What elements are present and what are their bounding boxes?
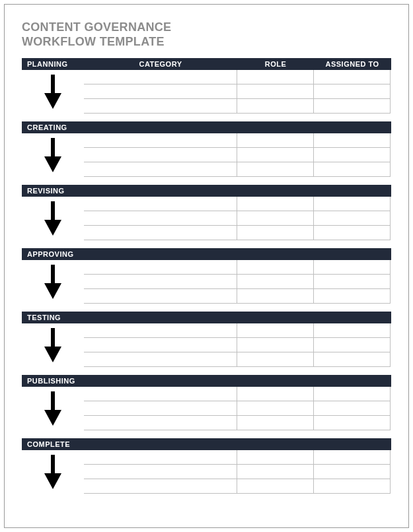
cell-category[interactable] (84, 226, 237, 240)
cell-assigned-to[interactable] (314, 133, 391, 148)
table-row (84, 338, 391, 352)
table-row (84, 289, 391, 304)
cell-assigned-to[interactable] (314, 323, 391, 338)
cell-role[interactable] (237, 289, 314, 304)
cell-role[interactable] (237, 99, 314, 114)
cell-assigned-to[interactable] (314, 211, 391, 226)
cell-category[interactable] (84, 401, 237, 416)
cell-category[interactable] (84, 133, 237, 148)
cell-assigned-to[interactable] (314, 162, 391, 177)
section-header: PUBLISHING (22, 375, 391, 387)
table-row (84, 162, 391, 177)
cell-category[interactable] (84, 387, 237, 401)
cell-category[interactable] (84, 416, 237, 430)
cell-role[interactable] (237, 416, 314, 430)
cell-assigned-to[interactable] (314, 226, 391, 240)
stage-label: TESTING (22, 312, 84, 323)
cell-assigned-to[interactable] (314, 465, 391, 479)
workflow-table: PLANNING CATEGORY ROLE ASSIGNED TO (22, 58, 391, 494)
cell-role[interactable] (237, 162, 314, 177)
cell-assigned-to[interactable] (314, 99, 391, 114)
cell-assigned-to[interactable] (314, 148, 391, 162)
table-row (84, 401, 391, 416)
section-header: COMPLETE (22, 438, 391, 450)
cell-category[interactable] (84, 84, 237, 99)
cell-category[interactable] (84, 197, 237, 211)
stage-label: REVISING (22, 185, 84, 197)
arrow-down-icon (22, 197, 84, 240)
cell-category[interactable] (84, 465, 237, 479)
cell-assigned-to[interactable] (314, 338, 391, 352)
cell-role[interactable] (237, 70, 314, 84)
cell-assigned-to[interactable] (314, 260, 391, 275)
cell-category[interactable] (84, 323, 237, 338)
cell-category[interactable] (84, 99, 237, 114)
page-title-line2: WORKFLOW TEMPLATE (22, 35, 391, 50)
cell-role[interactable] (237, 465, 314, 479)
table-row (84, 275, 391, 289)
cell-assigned-to[interactable] (314, 479, 391, 494)
table-row (84, 211, 391, 226)
table-row (84, 148, 391, 162)
cell-assigned-to[interactable] (314, 289, 391, 304)
stage-label: PUBLISHING (22, 375, 84, 387)
cell-category[interactable] (84, 162, 237, 177)
cell-assigned-to[interactable] (314, 416, 391, 430)
cell-category[interactable] (84, 148, 237, 162)
section-creating: CREATING (22, 121, 391, 177)
cell-role[interactable] (237, 226, 314, 240)
section-complete: COMPLETE (22, 438, 391, 494)
cell-assigned-to[interactable] (314, 387, 391, 401)
table-row (84, 352, 391, 367)
cell-category[interactable] (84, 289, 237, 304)
section-approving: APPROVING (22, 248, 391, 304)
section-publishing: PUBLISHING (22, 375, 391, 430)
cell-role[interactable] (237, 211, 314, 226)
section-planning: PLANNING CATEGORY ROLE ASSIGNED TO (22, 58, 391, 114)
cell-category[interactable] (84, 211, 237, 226)
table-row (84, 260, 391, 275)
cell-category[interactable] (84, 479, 237, 494)
cell-assigned-to[interactable] (314, 352, 391, 367)
table-row (84, 226, 391, 240)
cell-role[interactable] (237, 148, 314, 162)
table-row (84, 465, 391, 479)
cell-role[interactable] (237, 401, 314, 416)
section-testing: TESTING (22, 312, 391, 367)
cell-category[interactable] (84, 70, 237, 84)
page-title-line1: CONTENT GOVERNANCE (22, 20, 391, 35)
stage-label: PLANNING (22, 58, 84, 70)
col-header-assigned-to: ASSIGNED TO (314, 58, 391, 70)
cell-category[interactable] (84, 450, 237, 465)
col-header-role: ROLE (237, 58, 314, 70)
cell-assigned-to[interactable] (314, 70, 391, 84)
arrow-down-icon (22, 133, 84, 177)
section-header: REVISING (22, 185, 391, 197)
cell-role[interactable] (237, 387, 314, 401)
cell-role[interactable] (237, 84, 314, 99)
cell-role[interactable] (237, 275, 314, 289)
cell-role[interactable] (237, 352, 314, 367)
table-row (84, 133, 391, 148)
arrow-down-icon (22, 450, 84, 494)
cell-role[interactable] (237, 338, 314, 352)
cell-role[interactable] (237, 260, 314, 275)
cell-role[interactable] (237, 450, 314, 465)
cell-category[interactable] (84, 275, 237, 289)
cell-assigned-to[interactable] (314, 84, 391, 99)
cell-assigned-to[interactable] (314, 401, 391, 416)
cell-category[interactable] (84, 338, 237, 352)
arrow-down-icon (22, 260, 84, 304)
cell-assigned-to[interactable] (314, 197, 391, 211)
cell-role[interactable] (237, 479, 314, 494)
cell-category[interactable] (84, 260, 237, 275)
stage-label: COMPLETE (22, 438, 84, 450)
cell-category[interactable] (84, 352, 237, 367)
table-row (84, 70, 391, 84)
cell-role[interactable] (237, 197, 314, 211)
cell-assigned-to[interactable] (314, 275, 391, 289)
cell-role[interactable] (237, 323, 314, 338)
cell-assigned-to[interactable] (314, 450, 391, 465)
col-header-category: CATEGORY (84, 58, 237, 70)
cell-role[interactable] (237, 133, 314, 148)
